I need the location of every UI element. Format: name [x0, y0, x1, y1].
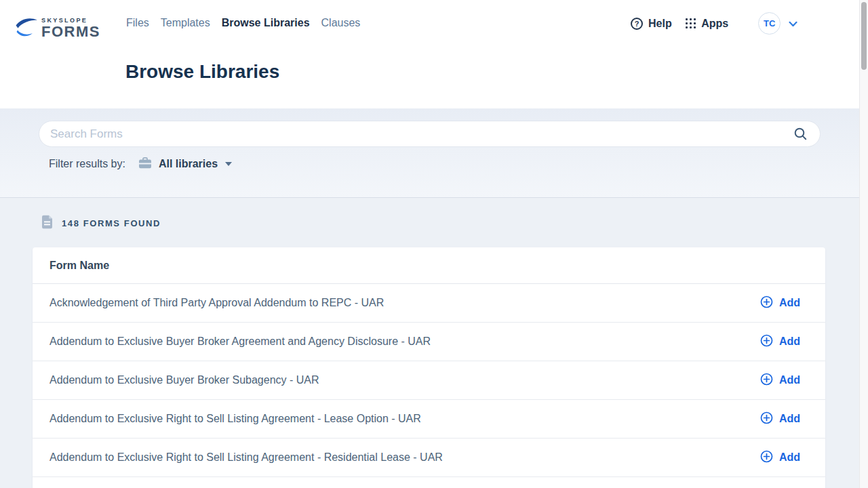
- search-icon[interactable]: [793, 127, 809, 141]
- add-label: Add: [779, 374, 800, 386]
- search-bar: [39, 121, 821, 147]
- chevron-down-icon: [789, 18, 797, 30]
- document-icon: [41, 215, 53, 232]
- caret-down-icon: [225, 162, 232, 166]
- user-menu-button[interactable]: [789, 18, 797, 30]
- form-name-column-header: Form Name: [50, 260, 109, 272]
- form-name-cell: Addendum to Exclusive Buyer Broker Agree…: [50, 336, 431, 348]
- brand-text: SKYSLOPE FORMS: [41, 16, 100, 39]
- table-row: Addendum to Exclusive Right to Sell List…: [33, 400, 825, 439]
- brand-logo[interactable]: SKYSLOPE FORMS: [15, 16, 100, 39]
- form-name-cell: Addendum to Exclusive Right to Sell List…: [50, 451, 443, 464]
- add-button[interactable]: Add: [760, 296, 800, 311]
- help-button[interactable]: ? Help: [631, 18, 672, 30]
- add-button[interactable]: Add: [760, 450, 800, 466]
- filter-label: Filter results by:: [49, 158, 125, 170]
- apps-label: Apps: [701, 18, 728, 30]
- form-name-cell: Acknowledgement of Third Party Approval …: [50, 297, 384, 309]
- nav-item-clauses[interactable]: Clauses: [321, 16, 361, 30]
- add-button[interactable]: Add: [760, 411, 800, 427]
- forms-table: Form Name Acknowledgement of Third Party…: [33, 247, 825, 488]
- plus-circle-icon: [760, 373, 773, 388]
- results-count: 148 FORMS FOUND: [41, 215, 161, 232]
- table-row: Acknowledgement of Third Party Approval …: [33, 284, 825, 323]
- apps-button[interactable]: Apps: [686, 18, 729, 30]
- scrollbar-track[interactable]: [859, 0, 868, 488]
- plus-circle-icon: [760, 411, 773, 427]
- add-label: Add: [779, 297, 800, 309]
- user-avatar[interactable]: TC: [758, 12, 781, 35]
- avatar-initials: TC: [764, 18, 775, 28]
- main-nav: Files Templates Browse Libraries Clauses: [126, 16, 360, 30]
- table-row: Addendum to Exclusive Buyer Broker Subag…: [33, 361, 825, 400]
- add-button[interactable]: Add: [760, 334, 800, 350]
- apps-grid-icon: [686, 18, 696, 29]
- form-name-cell: Addendum to Exclusive Right to Sell List…: [50, 413, 421, 425]
- top-header: SKYSLOPE FORMS Files Templates Browse Li…: [0, 0, 859, 108]
- plus-circle-icon: [760, 334, 773, 350]
- table-row-partial: [33, 477, 825, 487]
- brand-name-bottom: FORMS: [41, 24, 100, 39]
- nav-item-templates[interactable]: Templates: [161, 16, 210, 30]
- help-icon: ?: [631, 18, 643, 30]
- nav-item-files[interactable]: Files: [126, 16, 149, 30]
- header-actions: ? Help Apps TC: [631, 12, 797, 35]
- results-count-label: 148 FORMS FOUND: [62, 218, 161, 228]
- app: SKYSLOPE FORMS Files Templates Browse Li…: [0, 0, 868, 488]
- library-filter-dropdown[interactable]: All libraries: [138, 157, 232, 171]
- add-label: Add: [779, 336, 800, 348]
- plus-circle-icon: [760, 450, 773, 466]
- table-row: Addendum to Exclusive Buyer Broker Agree…: [33, 323, 825, 361]
- form-name-cell: Addendum to Exclusive Buyer Broker Subag…: [50, 374, 319, 386]
- briefcase-icon: [138, 157, 152, 171]
- nav-item-browse-libraries[interactable]: Browse Libraries: [222, 16, 310, 30]
- page-title: Browse Libraries: [125, 61, 279, 83]
- table-header-row: Form Name: [33, 247, 825, 284]
- search-input[interactable]: [50, 127, 793, 141]
- plus-circle-icon: [760, 296, 773, 311]
- add-label: Add: [779, 451, 800, 464]
- skyslope-swoosh-icon: [15, 16, 38, 39]
- add-label: Add: [779, 413, 800, 425]
- scrollbar-thumb[interactable]: [861, 2, 867, 70]
- filter-row: Filter results by: All libraries: [49, 157, 232, 171]
- add-button[interactable]: Add: [760, 373, 800, 388]
- filter-value: All libraries: [159, 158, 218, 170]
- search-section: Filter results by: All libraries: [0, 108, 859, 198]
- table-row: Addendum to Exclusive Right to Sell List…: [33, 439, 825, 477]
- help-label: Help: [648, 18, 672, 30]
